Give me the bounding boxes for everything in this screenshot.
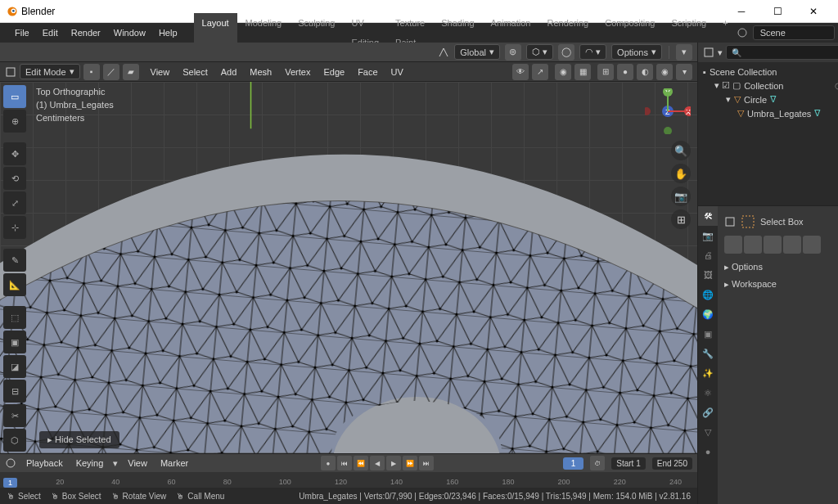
nav-persp[interactable]: ⊞: [671, 209, 691, 229]
selmode-2[interactable]: [744, 236, 762, 254]
nav-pan[interactable]: ✋: [671, 164, 691, 183]
proportional-toggle[interactable]: ◯: [558, 44, 574, 61]
vertex-select-mode[interactable]: ▪: [83, 64, 100, 80]
panel-options[interactable]: ▸ Options: [724, 259, 838, 276]
snap-toggle[interactable]: ⊚: [505, 44, 521, 61]
tool-rotate[interactable]: ⟲: [3, 167, 26, 190]
menu-select[interactable]: Select: [178, 67, 213, 77]
play-reverse[interactable]: ◀: [370, 456, 385, 470]
visibility-toggle[interactable]: 👁: [512, 64, 529, 80]
shading-dropdown[interactable]: ▾: [676, 64, 692, 80]
shading-lookdev[interactable]: ◐: [637, 64, 653, 80]
snap-dropdown[interactable]: ⬡ ▾: [526, 44, 553, 60]
tl-menu-playback[interactable]: Playback: [23, 458, 66, 468]
menu-render[interactable]: Render: [65, 23, 107, 43]
nav-camera[interactable]: 📷: [671, 187, 691, 206]
face-select-mode[interactable]: ▰: [123, 64, 139, 80]
outliner-item-circle[interactable]: ▾ ▽ Circle ᐁ👁: [703, 92, 838, 106]
menu-edge[interactable]: Edge: [318, 67, 349, 77]
shading-solid[interactable]: ●: [617, 64, 633, 80]
tl-menu-view[interactable]: View: [124, 458, 151, 468]
tab-object[interactable]: ▣: [698, 324, 718, 344]
tool-inset[interactable]: ▣: [3, 331, 26, 353]
tab-mesh-data[interactable]: ▽: [698, 422, 718, 442]
outliner-search[interactable]: [726, 45, 838, 60]
mode-dropdown[interactable]: Edit Mode ▾: [20, 64, 80, 79]
tab-render[interactable]: 📷: [698, 226, 718, 245]
tab-material[interactable]: ●: [698, 442, 718, 461]
tab-viewlayer[interactable]: 🖼: [698, 265, 718, 285]
timeline-editor-icon[interactable]: [5, 457, 16, 469]
menu-face[interactable]: Face: [353, 67, 382, 77]
last-operator-panel[interactable]: ▸ Hide Selected: [39, 431, 119, 448]
keyframe-next[interactable]: ⏩: [403, 456, 417, 470]
orientation-dropdown[interactable]: Global ▾: [454, 44, 500, 60]
menu-help[interactable]: Help: [152, 23, 184, 43]
tab-world[interactable]: 🌍: [698, 304, 718, 324]
shading-wireframe[interactable]: ⊞: [597, 64, 614, 80]
outliner-collection[interactable]: ▾ ☑ ▢ Collection◑ 👁: [703, 79, 838, 92]
tool-move[interactable]: ✥: [3, 142, 26, 165]
tool-select-box[interactable]: ▭: [3, 85, 26, 108]
tool-measure[interactable]: 📐: [3, 273, 26, 296]
tab-active-tool[interactable]: 🛠: [698, 206, 718, 226]
jump-start[interactable]: ⏮: [337, 456, 352, 470]
menu-add[interactable]: Add: [216, 67, 242, 77]
tool-scale[interactable]: ⤢: [3, 191, 26, 214]
outliner-editor-icon[interactable]: [703, 47, 714, 58]
options-dropdown[interactable]: Options ▾: [611, 44, 662, 60]
tab-scene[interactable]: 🌐: [698, 285, 718, 304]
navigation-gizmo[interactable]: X Y Z: [645, 88, 691, 134]
menu-uv[interactable]: UV: [386, 67, 408, 77]
timeline-ruler[interactable]: 1 20 40 60 80 100 120 140 160 180 200 22…: [0, 472, 697, 488]
gizmo-toggle[interactable]: ↗: [532, 64, 548, 80]
tl-menu-keying[interactable]: Keying: [73, 458, 107, 468]
editor-type-icon[interactable]: [5, 66, 16, 78]
timeline-cursor[interactable]: 1: [3, 478, 17, 488]
selmode-3[interactable]: [764, 236, 782, 254]
menu-window[interactable]: Window: [107, 23, 152, 43]
close-button[interactable]: ✕: [795, 0, 831, 23]
keyframe-prev[interactable]: ⏪: [354, 456, 368, 470]
tab-modifiers[interactable]: 🔧: [698, 344, 718, 363]
header-extra-button[interactable]: ▾: [676, 44, 692, 61]
tool-transform[interactable]: ⊹: [3, 216, 26, 239]
menu-mesh[interactable]: Mesh: [245, 67, 277, 77]
jump-end[interactable]: ⏭: [419, 456, 434, 470]
outliner-item-umbra[interactable]: ▽ Umbra_Legates ᐁ👁: [703, 106, 838, 120]
tab-physics[interactable]: ⚛: [698, 383, 718, 403]
selmode-1[interactable]: [724, 236, 742, 254]
tool-polybuild[interactable]: ⬡: [3, 429, 26, 452]
tool-bevel[interactable]: ◪: [3, 355, 26, 378]
shading-rendered[interactable]: ◉: [656, 64, 673, 80]
nav-zoom[interactable]: 🔍: [671, 141, 691, 160]
tool-cursor[interactable]: ⊕: [3, 110, 26, 133]
edge-select-mode[interactable]: ／: [103, 64, 119, 80]
autokey-toggle[interactable]: ●: [321, 456, 336, 470]
tool-extrude[interactable]: ⬚: [3, 306, 26, 329]
play-forward[interactable]: ▶: [386, 456, 401, 470]
maximize-button[interactable]: ☐: [759, 0, 795, 23]
scene-selector[interactable]: Scene: [753, 25, 835, 40]
outliner-mode-dropdown[interactable]: ▾: [718, 47, 723, 58]
menu-view[interactable]: View: [146, 67, 175, 77]
tab-constraints[interactable]: 🔗: [698, 403, 718, 422]
tab-particles[interactable]: ✨: [698, 363, 718, 383]
selmode-5[interactable]: [803, 236, 821, 254]
3d-viewport[interactable]: ▭ ⊕ ✥ ⟲ ⤢ ⊹ ✎ 📐 ⬚ ▣ ◪ ⊟ ✂ ⬡ ◉ 〰 ⇄: [0, 82, 697, 453]
selmode-4[interactable]: [783, 236, 801, 254]
menu-edit[interactable]: Edit: [36, 23, 65, 43]
props-editor-icon[interactable]: [724, 216, 736, 227]
end-frame[interactable]: End 250: [652, 457, 692, 470]
tab-output[interactable]: 🖨: [698, 245, 718, 265]
start-frame[interactable]: Start 1: [611, 457, 645, 470]
panel-workspace[interactable]: ▸ Workspace: [724, 276, 838, 293]
menu-file[interactable]: File: [8, 23, 36, 43]
menu-vertex[interactable]: Vertex: [280, 67, 315, 77]
current-frame[interactable]: 1: [563, 457, 584, 470]
proportional-dropdown[interactable]: ◠ ▾: [579, 44, 606, 60]
tool-loopcut[interactable]: ⊟: [3, 380, 26, 403]
tool-knife[interactable]: ✂: [3, 404, 26, 427]
overlay-toggle[interactable]: ◉: [555, 64, 571, 80]
tool-annotate[interactable]: ✎: [3, 249, 26, 272]
